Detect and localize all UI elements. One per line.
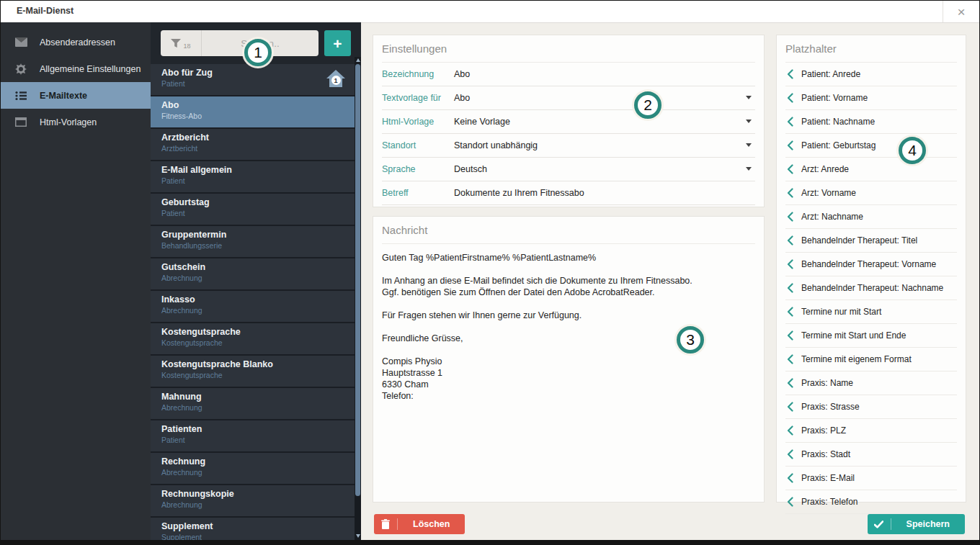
placeholder-label: Arzt: Nachname <box>801 212 863 222</box>
email-item-subtitle: Abrechnung <box>161 306 347 315</box>
dropdown-caret-icon[interactable] <box>746 120 752 123</box>
message-line: Hauptstrasse 1 <box>382 367 755 379</box>
message-editor[interactable]: Guten Tag %PatientFirstname% %PatientLas… <box>382 244 755 402</box>
placeholder-item[interactable]: Praxis: Telefon <box>785 490 957 514</box>
scrollbar-thumb[interactable] <box>355 64 360 496</box>
placeholder-item[interactable]: Behandelnder Therapeut: Vorname <box>785 253 957 276</box>
email-item-subtitle: Kostengutsprache <box>161 371 347 379</box>
field-label: Html-Vorlage <box>382 117 454 127</box>
placeholder-item[interactable]: Behandelnder Therapeut: Titel <box>785 229 957 253</box>
email-template-item[interactable]: Arztbericht Arztbericht <box>151 129 355 161</box>
placeholders-panel: Platzhalter Patient: Anrede Patient: Vor… <box>776 35 966 503</box>
placeholder-item[interactable]: Patient: Geburtstag <box>785 134 957 158</box>
placeholder-item[interactable]: Termine nur mit Start <box>785 300 957 324</box>
placeholder-label: Patient: Geburtstag <box>801 140 876 150</box>
placeholder-item[interactable]: Arzt: Vorname <box>785 181 957 205</box>
scrollbar-up-arrow-icon[interactable] <box>355 57 361 63</box>
list-scrollbar[interactable] <box>355 57 361 540</box>
email-template-item[interactable]: Rechnung Abrechnung <box>151 453 355 485</box>
settings-field-row[interactable]: Standort Standort unabhängig <box>382 134 755 158</box>
email-template-item[interactable]: Inkasso Abrechnung <box>151 291 355 323</box>
placeholder-item[interactable]: Termine mit eigenem Format <box>785 348 957 371</box>
annotation-circle-4: 4 <box>899 137 926 164</box>
placeholder-label: Praxis: Strasse <box>801 402 860 412</box>
message-line: Ggf. benötigen Sie zum Öffnen der Datei … <box>382 287 755 298</box>
sidebar-item-emailtexte[interactable]: E-Mailtexte <box>1 82 151 109</box>
trash-icon <box>374 518 398 530</box>
placeholder-item[interactable]: Praxis: Stadt <box>785 443 957 467</box>
placeholder-item[interactable]: Patient: Vorname <box>785 86 957 110</box>
checkmark-icon <box>868 518 891 530</box>
settings-field-row[interactable]: Betreff Dokumente zu Ihrem Fitnessabo <box>382 181 755 205</box>
field-value[interactable]: Keine Vorlage <box>454 117 510 127</box>
placeholder-item[interactable]: Praxis: Strasse <box>785 395 957 419</box>
email-template-item[interactable]: E-Mail allgemein Patient <box>151 161 355 194</box>
settings-fields: Bezeichnung Abo Textvorlage für Abo Html… <box>382 63 755 205</box>
placeholder-label: Patient: Vorname <box>801 93 868 103</box>
chevron-left-icon <box>787 425 793 436</box>
placeholder-label: Praxis: PLZ <box>801 425 846 436</box>
field-value[interactable]: Deutsch <box>454 164 487 174</box>
placeholder-item[interactable]: Termine mit Start und Ende <box>785 324 957 348</box>
email-item-subtitle: Kostengutsprache <box>161 338 347 347</box>
settings-field-row[interactable]: Textvorlage für Abo <box>382 86 755 110</box>
sidebar-item-html-vorlagen[interactable]: Html-Vorlagen <box>1 109 151 135</box>
filter-count: 18 <box>183 42 190 50</box>
placeholder-item[interactable]: Praxis: Name <box>785 371 957 395</box>
email-template-list: Abo für Zug Patient 1 Abo Fitness-Abo Ar… <box>151 64 355 540</box>
dropdown-caret-icon[interactable] <box>746 167 752 171</box>
settings-field-row[interactable]: Html-Vorlage Keine Vorlage <box>382 110 755 134</box>
email-template-item[interactable]: Rechnungskopie Abrechnung <box>151 485 355 518</box>
placeholder-item[interactable]: Praxis: E-Mail <box>785 467 957 490</box>
settings-field-row[interactable]: Bezeichnung Abo <box>382 63 755 86</box>
add-template-button[interactable]: + <box>324 30 351 56</box>
placeholder-label: Termine mit Start und Ende <box>801 330 906 341</box>
email-item-title: Abo für Zug <box>161 68 347 78</box>
close-button[interactable]: × <box>943 1 979 22</box>
chevron-left-icon <box>787 402 793 412</box>
dropdown-caret-icon[interactable] <box>746 143 752 147</box>
chevron-left-icon <box>787 69 793 79</box>
field-value[interactable]: Abo <box>454 69 470 79</box>
email-template-item[interactable]: Geburtstag Patient <box>151 194 355 226</box>
email-template-item[interactable]: Mahnung Abrechnung <box>151 388 355 420</box>
email-item-title: Rechnungskopie <box>161 489 347 499</box>
sidebar-item-allgemeine-einstellungen[interactable]: Allgemeine Einstellungen <box>1 55 151 82</box>
placeholder-label: Arzt: Anrede <box>801 164 849 174</box>
email-item-subtitle: Abrechnung <box>161 500 347 509</box>
sidebar-item-absenderadressen[interactable]: Absenderadressen <box>1 29 151 55</box>
placeholder-item[interactable]: Arzt: Nachname <box>785 205 957 229</box>
email-template-item[interactable]: Abo Fitness-Abo <box>151 96 355 129</box>
placeholder-label: Praxis: Name <box>801 378 853 388</box>
field-value[interactable]: Abo <box>454 93 470 103</box>
placeholders-list: Patient: Anrede Patient: Vorname Patient… <box>785 63 957 514</box>
gear-icon <box>14 63 27 75</box>
placeholder-item[interactable]: Praxis: PLZ <box>785 419 957 443</box>
chevron-left-icon <box>787 473 793 483</box>
email-template-item[interactable]: Gruppentermin Behandlungsserie <box>151 226 355 258</box>
placeholder-item[interactable]: Patient: Anrede <box>785 63 957 86</box>
email-template-item[interactable]: Kostengutsprache Kostengutsprache <box>151 323 355 356</box>
delete-button[interactable]: Löschen <box>374 514 465 534</box>
field-value[interactable]: Standort unabhängig <box>454 140 538 150</box>
email-template-item[interactable]: Kostengutsprache Blanko Kostengutsprache <box>151 356 355 388</box>
placeholder-item[interactable]: Patient: Nachname <box>785 110 957 134</box>
field-label: Textvorlage für <box>382 93 454 103</box>
email-item-title: E-Mail allgemein <box>161 165 347 175</box>
email-template-item[interactable]: Gutschein Abrechnung <box>151 258 355 291</box>
message-panel-title: Nachricht <box>382 217 755 244</box>
settings-field-row[interactable]: Sprache Deutsch <box>382 158 755 181</box>
email-template-item[interactable]: Patienten Patient <box>151 420 355 453</box>
scrollbar-down-arrow-icon[interactable] <box>355 533 361 539</box>
email-template-item[interactable]: Supplement Supplement <box>151 518 355 540</box>
placeholder-item[interactable]: Arzt: Anrede <box>785 158 957 181</box>
email-template-item[interactable]: Abo für Zug Patient 1 <box>151 64 355 96</box>
save-button-label: Speichern <box>891 519 965 529</box>
email-item-subtitle: Supplement <box>161 533 347 540</box>
dropdown-caret-icon[interactable] <box>746 96 752 99</box>
chevron-left-icon <box>787 117 793 127</box>
save-button[interactable]: Speichern <box>868 514 965 534</box>
field-value[interactable]: Dokumente zu Ihrem Fitnessabo <box>454 188 584 198</box>
placeholder-item[interactable]: Behandelnder Therapeut: Nachname <box>785 276 957 300</box>
filter-button[interactable]: 18 <box>161 30 202 56</box>
